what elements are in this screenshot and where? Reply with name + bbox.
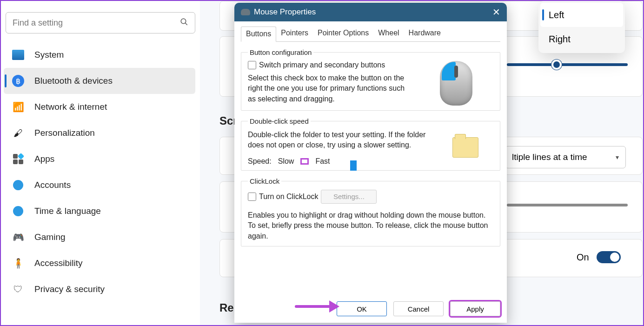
group-legend: Double-click speed bbox=[248, 117, 311, 125]
menu-item-right[interactable]: Right bbox=[540, 27, 623, 51]
bluetooth-icon: ฿ bbox=[12, 75, 24, 87]
nav-system[interactable]: System bbox=[4, 42, 195, 68]
cancel-button[interactable]: Cancel bbox=[393, 301, 444, 316]
speed-label: Speed: bbox=[248, 157, 272, 166]
clock-icon bbox=[13, 206, 23, 216]
brush-icon: 🖌 bbox=[12, 127, 24, 139]
section-heading-related: Re bbox=[219, 301, 234, 314]
slider-thumb[interactable] bbox=[551, 60, 562, 70]
apps-icon bbox=[13, 154, 23, 164]
dialog-titlebar[interactable]: Mouse Properties ✕ bbox=[234, 3, 507, 21]
nav-label: Network & internet bbox=[34, 102, 107, 112]
double-click-speed-group: Double-click speed Double-click the fold… bbox=[241, 117, 500, 171]
toggle-label: On bbox=[577, 252, 589, 263]
wifi-icon: 📶 bbox=[12, 101, 24, 113]
nav-apps[interactable]: Apps bbox=[4, 146, 195, 172]
switch-buttons-label: Switch primary and secondary buttons bbox=[259, 61, 385, 69]
nav-label: System bbox=[34, 50, 64, 60]
group-legend: ClickLock bbox=[248, 177, 281, 185]
slider-thumb[interactable] bbox=[350, 160, 357, 171]
accessibility-icon: 🧍 bbox=[12, 257, 24, 269]
nav-accessibility[interactable]: 🧍Accessibility bbox=[4, 250, 195, 276]
nav-gaming[interactable]: 🎮Gaming bbox=[4, 224, 195, 250]
tab-pointers[interactable]: Pointers bbox=[276, 26, 313, 41]
pointer-speed-slider[interactable] bbox=[507, 63, 628, 66]
nav-privacy[interactable]: 🛡Privacy & security bbox=[4, 276, 195, 302]
mouse-properties-dialog: Mouse Properties ✕ Buttons Pointers Poin… bbox=[234, 3, 507, 323]
switch-buttons-checkbox[interactable] bbox=[248, 61, 256, 69]
nav-network[interactable]: 📶Network & internet bbox=[4, 94, 195, 120]
nav-label: Time & language bbox=[34, 206, 101, 216]
nav-label: Apps bbox=[34, 154, 54, 164]
shield-icon: 🛡 bbox=[12, 283, 24, 295]
search-input[interactable] bbox=[13, 18, 180, 28]
slider-highlight bbox=[300, 158, 309, 165]
toggle-row: On bbox=[577, 251, 621, 263]
person-icon bbox=[13, 180, 23, 190]
search-box[interactable] bbox=[6, 12, 195, 33]
nav-bluetooth-devices[interactable]: ฿Bluetooth & devices bbox=[4, 68, 195, 94]
dropdown-value: ltiple lines at a time bbox=[512, 152, 587, 162]
nav-personalization[interactable]: 🖌Personalization bbox=[4, 120, 195, 146]
nav-accounts[interactable]: Accounts bbox=[4, 172, 195, 198]
system-icon bbox=[12, 50, 24, 60]
slow-label: Slow bbox=[278, 157, 294, 166]
clicklock-checkbox[interactable] bbox=[248, 193, 256, 201]
svg-point-0 bbox=[181, 19, 186, 24]
nav-label: Accessibility bbox=[34, 258, 82, 268]
svg-line-1 bbox=[185, 23, 187, 25]
lines-slider[interactable] bbox=[507, 204, 628, 206]
tab-strip: Buttons Pointers Pointer Options Wheel H… bbox=[241, 26, 500, 42]
nav-label: Accounts bbox=[34, 180, 71, 190]
dialog-title: Mouse Properties bbox=[254, 7, 316, 17]
nav-label: Privacy & security bbox=[34, 284, 105, 294]
group-legend: Button configuration bbox=[248, 48, 313, 56]
menu-item-left[interactable]: Left bbox=[540, 3, 623, 27]
toggle-switch[interactable] bbox=[597, 251, 621, 263]
nav-label: Gaming bbox=[34, 232, 66, 242]
clicklock-settings-button: Settings... bbox=[321, 190, 377, 204]
mouse-icon bbox=[241, 9, 250, 15]
annotation-arrow-head bbox=[329, 300, 339, 313]
ok-button[interactable]: OK bbox=[337, 301, 387, 316]
nav-label: Bluetooth & devices bbox=[34, 76, 113, 86]
test-folder-icon[interactable] bbox=[452, 137, 478, 158]
button-configuration-group: Button configuration Switch primary and … bbox=[241, 48, 500, 111]
annotation-arrow bbox=[295, 305, 332, 308]
close-button[interactable]: ✕ bbox=[492, 7, 500, 18]
double-click-desc: Double-click the folder to test your set… bbox=[248, 130, 438, 151]
search-icon bbox=[180, 18, 188, 28]
clicklock-label: Turn on ClickLock bbox=[259, 193, 318, 201]
tab-wheel[interactable]: Wheel bbox=[373, 26, 404, 41]
scroll-mode-dropdown[interactable]: ltiple lines at a time bbox=[505, 146, 626, 168]
clicklock-group: ClickLock Turn on ClickLock Settings... … bbox=[241, 177, 500, 246]
fast-label: Fast bbox=[315, 157, 330, 166]
primary-button-menu[interactable]: Left Right bbox=[538, 1, 625, 53]
tab-pointer-options[interactable]: Pointer Options bbox=[313, 26, 373, 41]
mouse-illustration bbox=[440, 61, 472, 106]
gamepad-icon: 🎮 bbox=[12, 231, 24, 243]
tab-hardware[interactable]: Hardware bbox=[404, 26, 445, 41]
button-config-desc: Select this check box to make the button… bbox=[248, 73, 414, 104]
apply-button[interactable]: Apply bbox=[450, 301, 500, 316]
tab-buttons[interactable]: Buttons bbox=[241, 27, 276, 42]
settings-sidebar: System ฿Bluetooth & devices 📶Network & i… bbox=[1, 1, 200, 325]
clicklock-desc: Enables you to highlight or drag without… bbox=[248, 207, 493, 241]
nav-label: Personalization bbox=[34, 128, 95, 138]
nav-time-language[interactable]: Time & language bbox=[4, 198, 195, 224]
